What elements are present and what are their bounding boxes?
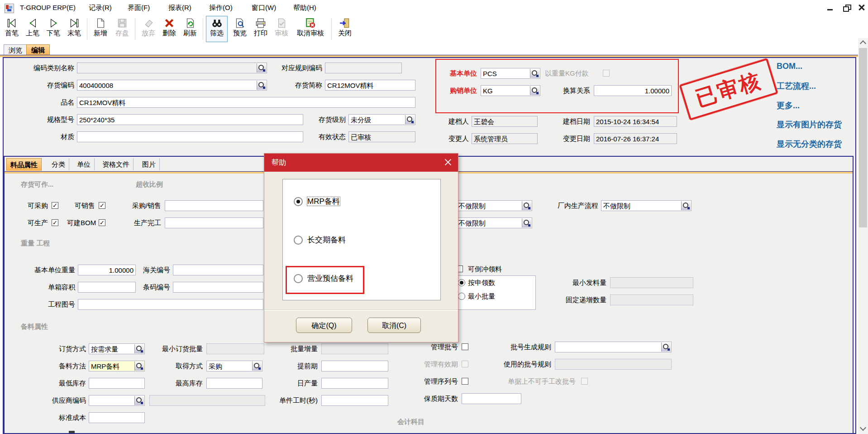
close-form-button[interactable]: 关闭 — [335, 16, 355, 42]
material-input[interactable] — [77, 131, 303, 142]
lookup-icon[interactable] — [522, 218, 531, 227]
link-more[interactable]: 更多... — [777, 100, 800, 111]
customs-code-input[interactable] — [173, 265, 263, 275]
cancel-dialog-button[interactable]: 取消(C) — [367, 318, 421, 333]
restore-button-icon[interactable] — [842, 4, 852, 12]
can-bom-checkbox[interactable] — [99, 219, 105, 226]
lookup-icon[interactable] — [134, 344, 144, 353]
product-name-input[interactable]: CR12MOV精料 — [77, 97, 415, 108]
item-alias-input[interactable]: CR12MOV精料 — [325, 80, 415, 91]
lookup-icon[interactable] — [681, 201, 691, 210]
lookup-icon[interactable] — [405, 115, 415, 124]
trade-unit-input[interactable]: KG — [481, 85, 540, 96]
lead-time-input[interactable] — [321, 361, 388, 371]
menu-report[interactable]: 报表(R) — [168, 3, 191, 12]
drawing-no-input[interactable] — [78, 299, 263, 310]
box-volume-input[interactable] — [78, 282, 136, 293]
lookup-icon[interactable] — [522, 201, 531, 210]
delete-button[interactable]: 删除 — [159, 16, 179, 42]
tab-browse[interactable]: 浏览 — [4, 44, 27, 56]
min-stock-input[interactable] — [89, 378, 145, 389]
link-bom[interactable]: BOM... — [777, 62, 802, 71]
restriction1-input[interactable]: 不做限制 — [456, 200, 532, 211]
order-method-input[interactable]: 按需求量 — [89, 343, 145, 354]
lookup-icon[interactable] — [252, 362, 262, 371]
acquire-method-input[interactable]: 采购 — [206, 361, 262, 371]
purchase-sales-input[interactable] — [165, 200, 263, 211]
filter-button[interactable]: 筛选 — [206, 16, 227, 42]
new-button[interactable]: 新增 — [91, 16, 110, 42]
sellable-checkbox[interactable] — [99, 202, 105, 209]
last-record-button[interactable]: 末笔 — [64, 16, 84, 42]
tab-pictures[interactable]: 图片 — [138, 158, 160, 170]
scroll-up-arrow-icon[interactable] — [858, 38, 868, 47]
menu-operate[interactable]: 操作(O) — [209, 3, 233, 12]
tab-classification[interactable]: 分类 — [48, 158, 69, 170]
ok-button[interactable]: 确定(Q) — [296, 318, 352, 333]
supplier-code-input[interactable] — [89, 395, 145, 406]
unit-seconds-input[interactable] — [321, 395, 388, 406]
close-button-icon[interactable] — [857, 4, 867, 12]
next-record-button[interactable]: 下笔 — [43, 16, 63, 42]
mrp-radio-label[interactable]: MRP备料 — [307, 197, 340, 206]
minimize-button-icon[interactable] — [825, 4, 835, 12]
menu-record[interactable]: 记录(R) — [89, 3, 112, 12]
production-done-input[interactable] — [165, 217, 263, 228]
tab-units[interactable]: 单位 — [73, 158, 95, 170]
link-show-with-images[interactable]: 显示有图片的存货 — [777, 119, 842, 130]
print-button[interactable]: 打印 — [251, 16, 271, 42]
menu-window[interactable]: 窗口(W) — [252, 3, 276, 12]
long-leadtime-radio-label[interactable]: 长交期备料 — [307, 236, 346, 244]
spec-input[interactable]: 250*240*35 — [77, 114, 303, 125]
item-code-input[interactable]: 400400008 — [77, 80, 267, 91]
purchasable-checkbox[interactable] — [52, 202, 58, 209]
restriction2-input[interactable]: 不做限制 — [456, 217, 532, 228]
scrollbar-thumb[interactable] — [859, 48, 867, 227]
lookup-icon[interactable] — [257, 81, 266, 90]
coding-category-input[interactable] — [77, 63, 267, 73]
lookup-icon[interactable] — [257, 63, 266, 72]
first-record-button[interactable]: 首笔 — [2, 16, 22, 42]
scroll-down-arrow-icon[interactable] — [858, 424, 868, 433]
issue-min-batch-radio[interactable] — [458, 293, 465, 300]
prev-record-button[interactable]: 上笔 — [23, 16, 43, 42]
std-cost-input[interactable] — [89, 412, 145, 423]
unit-weight-input[interactable]: 1.00000 — [78, 265, 136, 275]
conversion-input[interactable]: 1.00000 — [594, 85, 672, 96]
manage-lot-checkbox[interactable] — [462, 343, 468, 350]
producible-checkbox[interactable] — [52, 219, 58, 226]
link-show-unclassified[interactable]: 显示无分类的存货 — [777, 139, 842, 149]
link-process-flow[interactable]: 工艺流程... — [777, 81, 816, 92]
refresh-button[interactable]: 刷新 — [180, 16, 200, 42]
dialog-close-icon[interactable] — [444, 158, 453, 167]
lookup-icon[interactable] — [530, 69, 539, 78]
lookup-icon[interactable] — [134, 396, 144, 405]
preview-button[interactable]: 预览 — [230, 16, 250, 42]
prep-method-input[interactable]: MRP备料 — [89, 361, 145, 371]
issue-by-request-radio[interactable] — [458, 279, 465, 286]
shelf-life-input[interactable] — [462, 393, 521, 404]
base-unit-input[interactable]: PCS — [481, 68, 540, 79]
lookup-icon[interactable] — [134, 362, 144, 371]
long-leadtime-radio[interactable] — [294, 236, 303, 245]
barcode-input[interactable] — [173, 282, 263, 293]
menu-help[interactable]: 帮助(H) — [293, 3, 316, 12]
daily-output-input[interactable] — [321, 378, 388, 389]
lookup-icon[interactable] — [530, 86, 539, 95]
menu-interface[interactable]: 界面(F) — [128, 3, 150, 12]
max-stock-input[interactable] — [206, 378, 262, 389]
lookup-icon[interactable] — [661, 342, 671, 352]
menu-tgroup-erp[interactable]: T-GROUP ERP(E) — [20, 3, 76, 12]
sales-forecast-radio[interactable] — [294, 274, 303, 283]
lot-rule-input[interactable] — [555, 342, 672, 352]
tab-edit[interactable]: 编辑 — [26, 44, 50, 56]
item-level-input[interactable]: 未分级 — [348, 114, 415, 125]
manage-serial-checkbox[interactable] — [462, 378, 468, 385]
mrp-radio[interactable] — [294, 197, 303, 206]
tab-item-attributes[interactable]: 料品属性 — [6, 158, 42, 171]
used-lot-rule-input — [555, 359, 672, 370]
factory-flow-input[interactable]: 不做限制 — [601, 200, 692, 211]
supplier-code-label: 供应商编码 — [47, 395, 86, 406]
tab-qualification-files[interactable]: 资格文件 — [99, 158, 134, 170]
cancel-audit-button[interactable]: 取消审核 — [293, 16, 328, 42]
